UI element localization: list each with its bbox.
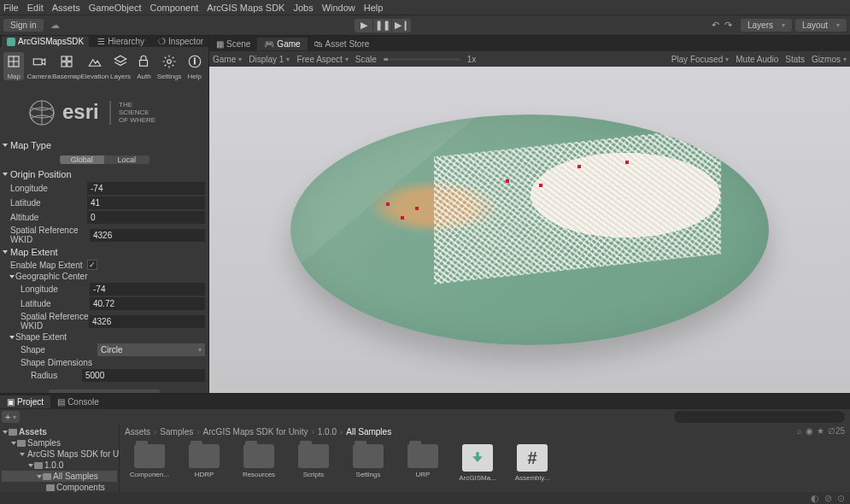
pause-button[interactable]: ❚❚ [373,19,392,32]
asset-item[interactable]: ArcGISMa... [458,444,497,482]
cloud-icon[interactable]: ☁ [50,20,60,31]
breadcrumb: Assets› Samples› ArcGIS Maps SDK for Uni… [120,425,850,439]
menu-component[interactable]: Component [149,3,198,13]
tree-assets[interactable]: Assets [19,427,47,437]
sign-in-button[interactable]: Sign in [3,19,44,32]
svg-text:OF WHERE: OF WHERE [119,116,155,124]
folder-icon: ▣ [7,397,15,407]
play-button[interactable]: ▶ [355,19,373,32]
section-map-type[interactable]: Map Type [0,138,208,152]
project-tree[interactable]: Assets Samples ArcGIS Maps SDK for Unity… [0,425,120,492]
aspect-dd[interactable]: Free Aspect▾ [296,55,348,64]
layers-dropdown[interactable]: Layers▾ [741,19,792,32]
crumb-assets[interactable]: Assets [125,427,150,437]
svg-rect-5 [67,62,72,67]
crumb-sdk[interactable]: ArcGIS Maps SDK for Unity [203,427,308,437]
tool-map[interactable]: Map [3,52,24,80]
section-origin[interactable]: Origin Position [0,167,208,181]
tab-arcgis-sdk[interactable]: ArcGISMapsSDK [2,36,89,47]
undo-history-icon[interactable]: ↶ [712,20,719,31]
tool-camera[interactable]: Camera [26,52,50,80]
filter-icon[interactable]: ⌕ [797,426,802,436]
folder-item[interactable]: URP [403,444,443,482]
tab-asset-store[interactable]: 🛍Asset Store [308,38,377,50]
menu-help[interactable]: Help [364,3,384,13]
ext-lat-label: Latitude [21,299,90,308]
origin-wkid-input[interactable] [90,229,205,242]
crumb-samples[interactable]: Samples [160,427,193,437]
status-icon[interactable]: ⊙ [837,493,845,504]
layout-dropdown[interactable]: Layout▾ [795,19,847,32]
tab-project[interactable]: ▣Project [0,396,50,408]
menu-gameobject[interactable]: GameObject [89,3,142,13]
display-dd[interactable]: Display 1▾ [249,55,290,64]
step-button[interactable]: ▶❙ [392,19,411,32]
shape-dropdown[interactable]: Circle▾ [97,343,205,356]
status-icon[interactable]: ◐ [811,493,819,504]
origin-longitude-input[interactable] [87,182,205,195]
origin-altitude-input[interactable] [87,211,205,224]
arcgis-panel: ArcGISMapsSDK ☰Hierarchy ❍Inspector Map … [0,36,209,393]
scale-label: Scale [355,55,377,64]
tree-all-samples[interactable]: All Samples [53,472,98,481]
menu-arcgis[interactable]: ArcGIS Maps SDK [207,3,284,13]
tool-row: Map Camera Basemap Elevation Layers Auth… [0,47,208,85]
gizmos-dd[interactable]: Gizmos▾ [812,55,847,64]
svg-rect-2 [62,56,66,61]
game-viewport[interactable] [209,67,850,393]
folder-item[interactable]: HDRP [185,444,224,482]
folder-item[interactable]: Componen... [130,444,169,482]
tool-auth[interactable]: Auth [133,52,154,80]
scale-slider[interactable] [384,58,460,61]
tab-hierarchy[interactable]: ☰Hierarchy [92,36,149,47]
menu-assets[interactable]: Assets [52,3,80,13]
radius-label: Radius [31,371,82,380]
visibility-icon[interactable]: ◉ [806,426,813,436]
tab-console[interactable]: ▤Console [50,396,106,408]
tool-basemap[interactable]: Basemap [54,52,79,80]
extent-wkid-input[interactable] [89,315,205,328]
scale-value: 1x [467,55,477,64]
crumb-ver[interactable]: 1.0.0 [318,427,337,437]
radius-input[interactable] [82,369,205,382]
game-dd[interactable]: Game▾ [213,55,242,64]
extent-latitude-input[interactable] [90,297,205,310]
redo-history-icon[interactable]: ↷ [724,20,732,31]
folder-item[interactable]: Settings [349,444,388,482]
tab-game[interactable]: 🎮Game [257,38,307,50]
map-type-local[interactable]: Local [104,155,149,164]
tree-version[interactable]: 1.0.0 [44,460,63,470]
tree-components[interactable]: Components [56,483,105,492]
origin-latitude-input[interactable] [87,196,205,209]
mute-audio-toggle[interactable]: Mute Audio [736,55,778,64]
main-toolbar: Sign in ☁ ▶ ❚❚ ▶❙ ↶ ↷ Layers▾ Layout▾ [0,15,850,36]
status-icon[interactable]: ⊘ [824,493,832,504]
menu-jobs[interactable]: Jobs [293,3,313,13]
extent-longitude-input[interactable] [90,283,205,296]
menu-window[interactable]: Window [322,3,355,13]
tool-elevation[interactable]: Elevation [82,52,108,80]
tool-help[interactable]: iHelp [185,52,205,80]
tree-sdk[interactable]: ArcGIS Maps SDK for Unity [27,449,120,459]
map-type-toggle[interactable]: Global Local [60,155,149,164]
tab-scene[interactable]: ▦Scene [209,38,257,50]
enable-extent-checkbox[interactable]: ✓ [87,260,97,270]
star-icon[interactable]: ★ [817,426,824,436]
project-search-input[interactable] [674,411,845,423]
menu-edit[interactable]: Edit [27,3,44,13]
play-focused-dd[interactable]: Play Focused▾ [671,55,730,64]
stats-toggle[interactable]: Stats [785,55,805,64]
folder-item[interactable]: Scripts [294,444,333,482]
tab-inspector[interactable]: ❍Inspector [153,36,208,47]
map-type-global[interactable]: Global [60,155,105,164]
menu-file[interactable]: File [3,3,19,13]
shape-dim-label: Shape Dimensions [21,358,97,367]
folder-item[interactable]: Resources [239,444,278,482]
section-extent[interactable]: Map Extent [0,245,208,259]
tool-settings[interactable]: Settings [157,52,182,80]
shape-extent-label: Shape Extent [15,332,67,342]
asset-item[interactable]: #Assembly... [513,444,552,482]
tool-layers[interactable]: Layers [110,52,131,80]
tree-samples[interactable]: Samples [27,438,61,448]
add-asset-button[interactable]: + ▾ [2,411,20,423]
